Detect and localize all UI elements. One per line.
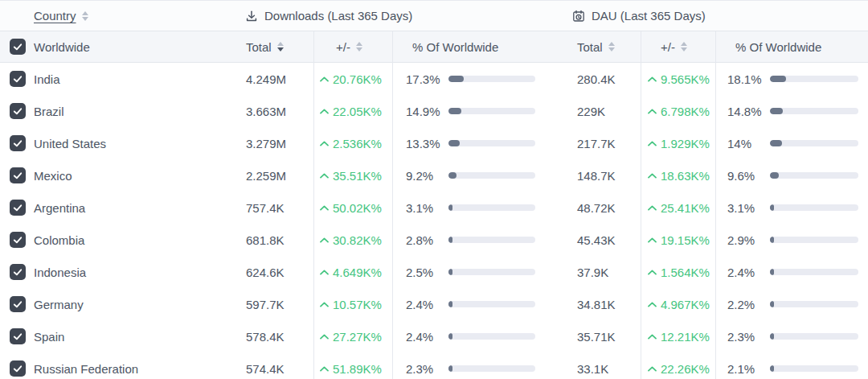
downloads-pct-bar-fill [448,237,452,243]
dau-change-text: 1.564K% [661,266,710,279]
table-row: Colombia 681.8K 30.82K% 2.8% 45.43K 19.1… [0,224,868,256]
column-divider [715,31,716,379]
table-column-header-row: Worldwide Total +/- % Of Worldwide Total… [0,31,868,63]
trend-up-icon [648,302,657,307]
country-name: Germany [34,288,84,320]
row-checkbox[interactable] [10,360,26,377]
dau-pct-of-worldwide-value: 2.2% [727,288,755,320]
dau-total-value: 34.81K [577,288,616,320]
dau-total-value: 45.43K [577,224,616,256]
downloads-pct-bar [448,204,535,211]
dau-total-value: 280.4K [577,63,616,95]
downloads-total-value: 757.4K [246,192,285,224]
country-name: Indonesia [34,256,86,288]
trend-up-icon [648,366,657,372]
downloads-change-value: 51.89K% [320,362,382,376]
dau-group-header: DAU (Last 365 Days) [572,9,706,23]
row-checkbox[interactable] [10,135,26,151]
row-checkbox[interactable] [10,71,26,87]
dau-change-value: 25.41K% [648,201,710,215]
downloads-pct-of-worldwide-value: 2.5% [406,256,433,288]
dau-change-value: 12.21K% [648,330,710,344]
row-checkbox[interactable] [10,103,26,119]
trend-up-icon [648,141,657,146]
downloads-pct-bar [448,269,535,275]
downloads-total-value: 3.279M [246,127,286,159]
downloads-change-text: 50.02K% [333,201,382,215]
trend-up-icon [320,141,329,146]
trend-up-icon [648,109,657,114]
row-checkbox[interactable] [10,264,26,280]
dau-total-sort-header[interactable]: Total [577,40,615,54]
downloads-change-sort-header[interactable]: +/- [336,40,362,54]
downloads-pct-bar-fill [448,172,457,179]
country-column-sort-header[interactable]: Country [34,9,88,23]
dau-pct-of-worldwide-value: 18.1% [727,63,762,95]
dau-pct-bar [770,269,858,275]
table-row: Brazil 3.663M 22.05K% 14.9% 229K 6.798K%… [0,95,868,127]
downloads-pct-of-worldwide-value: 14.9% [406,95,440,127]
country-name: Russian Federation [34,352,138,379]
column-divider [392,31,393,379]
dau-pct-of-worldwide-value: 14.8% [727,95,762,127]
dau-pct-bar [770,140,858,146]
downloads-pct-of-worldwide-value: 3.1% [406,192,433,224]
row-checkbox[interactable] [10,296,26,312]
trend-up-icon [320,109,329,114]
select-all-checkbox[interactable] [10,39,26,55]
downloads-total-value: 4.249M [246,63,286,95]
downloads-change-text: 35.51K% [333,169,382,183]
downloads-pct-bar-fill [448,365,452,372]
dau-change-sort-header[interactable]: +/- [661,40,687,54]
trend-up-icon [320,173,329,179]
dau-change-text: 4.967K% [661,298,710,311]
dau-pct-bar-fill [770,333,774,340]
country-column-label: Country [34,9,76,23]
row-checkbox[interactable] [10,167,26,183]
dau-pct-of-worldwide-value: 3.1% [727,192,755,224]
row-checkbox[interactable] [10,328,26,344]
downloads-pct-bar [448,365,535,372]
row-checkbox[interactable] [10,232,26,248]
downloads-change-value: 4.649K% [320,266,382,279]
downloads-change-value: 22.05K% [320,105,382,118]
table-row: Russian Federation 574.4K 51.89K% 2.3% 3… [0,352,868,379]
downloads-pct-of-worldwide-value: 2.4% [406,288,433,320]
downloads-total-value: 2.259M [246,159,286,192]
dau-pct-bar-fill [770,365,774,372]
downloads-change-value: 30.82K% [320,233,382,247]
dau-pct-of-worldwide-value: 2.3% [727,320,755,352]
downloads-total-value: 574.4K [246,352,285,379]
sort-arrows-icon [608,42,615,51]
row-checkbox[interactable] [10,200,26,216]
table-group-header-row: Country Downloads (Last 365 Days) [0,1,868,31]
trend-up-icon [320,237,329,243]
downloads-group-label: Downloads (Last 365 Days) [264,9,412,23]
dau-pct-bar-fill [770,172,779,179]
sort-arrows-icon [681,42,687,51]
dau-change-text: 19.15K% [661,233,710,247]
dau-total-value: 48.72K [577,192,616,224]
downloads-total-value: 681.8K [246,224,285,256]
country-name: Brazil [34,95,64,127]
downloads-pct-of-worldwide-header: % Of Worldwide [412,31,498,62]
downloads-change-value: 10.57K% [320,298,382,311]
checkmark-icon [12,41,23,52]
downloads-total-label: Total [246,40,272,54]
dau-change-value: 1.929K% [648,137,710,150]
sort-arrows-icon [277,42,284,51]
downloads-group-header: Downloads (Last 365 Days) [245,9,412,23]
dau-pct-of-worldwide-value: 2.9% [727,224,755,256]
dau-change-text: 9.565K% [661,72,710,86]
checkmark-icon [12,73,23,84]
downloads-total-value: 597.7K [246,288,285,320]
dau-change-text: 18.63K% [661,169,710,183]
downloads-pct-bar-fill [448,108,461,114]
downloads-change-text: 51.89K% [333,362,382,376]
worldwide-row-label: Worldwide [34,31,90,62]
downloads-change-value: 50.02K% [320,201,382,215]
downloads-total-sort-header[interactable]: Total [246,40,284,54]
dau-pct-bar [770,333,858,340]
dau-change-text: 1.929K% [661,137,710,150]
downloads-pct-of-worldwide-value: 2.8% [406,224,433,256]
